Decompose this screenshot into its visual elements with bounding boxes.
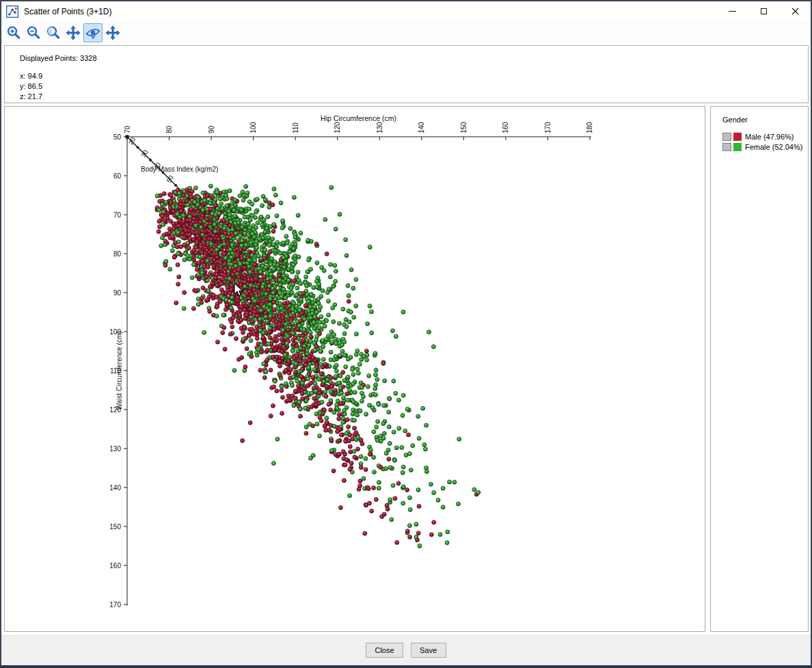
svg-text:70: 70 (113, 211, 122, 219)
save-button[interactable]: Save (411, 643, 446, 658)
zoom-in-icon (5, 25, 22, 41)
scatter-plot-svg[interactable]: 708090100110120130140150160170180Hip Cir… (5, 107, 705, 631)
male-visibility-checkbox[interactable] (722, 133, 731, 141)
x-readout: x: 94.9 (20, 72, 42, 80)
zoom-out-icon (25, 25, 42, 41)
maximize-button[interactable] (748, 1, 779, 21)
svg-text:80: 80 (165, 125, 173, 133)
close-window-button[interactable] (779, 1, 811, 21)
svg-text:70: 70 (124, 125, 131, 133)
legend-item-female: Female (52.04%) (722, 142, 802, 152)
legend-title: Gender (722, 116, 748, 124)
svg-text:Waist Circumference (cm): Waist Circumference (cm) (116, 331, 123, 410)
svg-text:140: 140 (109, 484, 121, 492)
svg-text:150: 150 (109, 523, 121, 531)
axes: 708090100110120130140150160170180Hip Cir… (109, 114, 593, 609)
svg-text:90: 90 (208, 125, 215, 133)
legend-item-male: Male (47.96%) (722, 132, 794, 142)
z-readout: z: 21.7 (20, 92, 42, 101)
svg-text:100: 100 (249, 122, 257, 133)
svg-text:130: 130 (109, 445, 121, 453)
svg-text:50: 50 (113, 133, 122, 141)
svg-text:170: 170 (544, 122, 552, 133)
rotate-3d-button[interactable] (83, 23, 103, 42)
app-scatter-icon (6, 5, 18, 18)
data-points (155, 184, 481, 548)
zoom-in-button[interactable] (4, 23, 23, 42)
window-title: Scatter of Points (3+1D) (24, 7, 111, 16)
scatter-plot-window: Scatter of Points (3+1D) (0, 0, 812, 668)
close-icon (791, 8, 799, 15)
svg-text:60: 60 (113, 172, 122, 180)
legend-panel: Gender Male (47.96%) Female (52.04%) (710, 106, 809, 632)
footer-bar: Close Save (1, 635, 811, 665)
svg-text:Hip Circumference (cm): Hip Circumference (cm) (321, 114, 396, 122)
close-button[interactable]: Close (366, 643, 403, 658)
toolbar (1, 21, 811, 44)
male-color-swatch (733, 133, 742, 141)
minimize-icon (729, 11, 736, 12)
svg-text:150: 150 (460, 122, 468, 133)
svg-text:180: 180 (586, 122, 593, 133)
pan-icon (65, 25, 81, 41)
svg-text:130: 130 (376, 122, 383, 133)
maximize-icon (761, 8, 767, 14)
svg-text:160: 160 (109, 562, 121, 570)
zoom-reset-button[interactable] (44, 23, 63, 42)
female-legend-label: Female (52.04%) (745, 143, 802, 151)
scatter-plot-area[interactable]: 708090100110120130140150160170180Hip Cir… (4, 106, 705, 632)
male-legend-label: Male (47.96%) (745, 133, 794, 141)
svg-text:Body Mass Index (kg/m2): Body Mass Index (kg/m2) (141, 165, 218, 173)
female-color-swatch (733, 143, 742, 151)
svg-text:90: 90 (113, 289, 122, 297)
translate-icon (105, 25, 121, 41)
pan-button[interactable] (64, 23, 83, 42)
svg-text:140: 140 (418, 122, 425, 133)
displayed-points-readout: Displayed Points: 3328 (20, 54, 97, 62)
svg-text:110: 110 (292, 122, 299, 133)
y-readout: y: 86.5 (20, 82, 42, 90)
female-visibility-checkbox[interactable] (722, 143, 731, 151)
svg-text:80: 80 (113, 250, 122, 258)
svg-text:160: 160 (502, 122, 509, 133)
zoom-reset-icon (45, 25, 62, 41)
rotate-3d-icon (85, 25, 101, 41)
svg-text:120: 120 (334, 122, 341, 133)
zoom-out-button[interactable] (24, 23, 43, 42)
titlebar[interactable]: Scatter of Points (3+1D) (1, 1, 811, 21)
svg-text:170: 170 (109, 601, 121, 609)
minimize-button[interactable] (716, 1, 748, 21)
info-panel: Displayed Points: 3328 x: 94.9 y: 86.5 z… (4, 45, 809, 103)
mouse-cursor (234, 282, 245, 297)
translate-button[interactable] (103, 23, 122, 42)
